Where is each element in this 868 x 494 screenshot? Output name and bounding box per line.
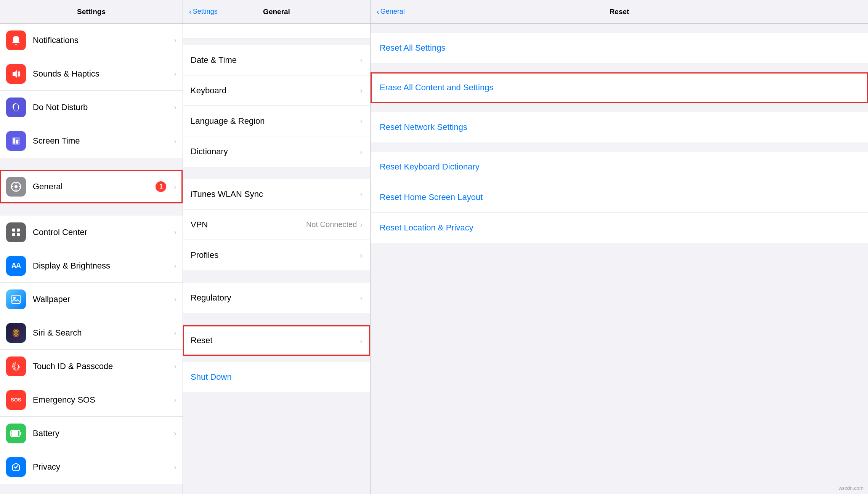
right-group-4: Reset Keyboard Dictionary Reset Home Scr…: [371, 152, 868, 243]
sidebar-item-general[interactable]: General 1 ›: [0, 170, 183, 203]
sidebar-item-privacy[interactable]: Privacy ›: [0, 450, 183, 484]
sounds-label: Sounds & Haptics: [33, 69, 171, 79]
middle-section-5: Shut Down: [183, 362, 370, 392]
right-gap-1: [371, 63, 868, 72]
sidebar-item-touch-id[interactable]: Touch ID & Passcode ›: [0, 350, 183, 383]
reset-network-label: Reset Network Settings: [380, 122, 859, 132]
dnd-chevron: ›: [174, 103, 176, 112]
battery-label: Battery: [33, 428, 171, 438]
sidebar-item-display-brightness[interactable]: AA Display & Brightness ›: [0, 249, 183, 283]
sidebar-item-sounds[interactable]: Sounds & Haptics ›: [0, 57, 183, 91]
middle-item-keyboard[interactable]: Keyboard ›: [183, 75, 370, 106]
language-chevron: ›: [360, 117, 363, 125]
wallpaper-label: Wallpaper: [33, 294, 171, 304]
right-item-reset-location[interactable]: Reset Location & Privacy: [371, 213, 868, 243]
profiles-label: Profiles: [191, 250, 360, 260]
left-column: Settings Notifications ›: [0, 0, 183, 494]
left-body: Notifications › Sounds & Haptics ›: [0, 24, 183, 494]
right-header: ‹ General Reset: [371, 0, 868, 24]
sidebar-item-screen-time[interactable]: Screen Time ›: [0, 124, 183, 158]
erase-all-label: Erase All Content and Settings: [380, 83, 859, 93]
right-item-reset-keyboard[interactable]: Reset Keyboard Dictionary: [371, 152, 868, 182]
notifications-label: Notifications: [33, 35, 171, 45]
privacy-label: Privacy: [33, 462, 171, 472]
itunes-chevron: ›: [360, 190, 363, 198]
svg-point-5: [14, 185, 18, 188]
middle-item-dictionary[interactable]: Dictionary ›: [183, 136, 370, 167]
right-item-reset-home[interactable]: Reset Home Screen Layout: [371, 182, 868, 213]
general-badge: 1: [156, 181, 166, 192]
svg-marker-0: [13, 70, 17, 78]
right-item-reset-all-settings[interactable]: Reset All Settings: [371, 33, 868, 63]
sidebar-item-battery[interactable]: Battery ›: [0, 417, 183, 450]
svg-rect-3: [16, 140, 18, 144]
display-icon: AA: [6, 256, 26, 276]
svg-rect-12: [12, 233, 15, 236]
left-title: Settings: [77, 8, 106, 16]
right-gap-3: [371, 142, 868, 152]
middle-item-regulatory[interactable]: Regulatory ›: [183, 283, 370, 313]
sidebar-item-do-not-disturb[interactable]: Do Not Disturb ›: [0, 91, 183, 124]
display-label: Display & Brightness: [33, 261, 171, 271]
middle-header: ‹ Settings General: [183, 0, 370, 24]
middle-gap-4: [183, 313, 370, 325]
control-chevron: ›: [174, 228, 176, 237]
battery-icon: [6, 424, 26, 443]
svg-point-15: [13, 297, 16, 299]
middle-partial-row: [183, 24, 370, 39]
sidebar-item-siri-search[interactable]: Siri & Search ›: [0, 316, 183, 350]
middle-item-vpn[interactable]: VPN Not Connected ›: [183, 209, 370, 240]
middle-item-reset[interactable]: Reset ›: [183, 325, 370, 356]
vpn-label: VPN: [191, 220, 306, 230]
general-icon: [6, 177, 26, 197]
right-item-reset-network[interactable]: Reset Network Settings: [371, 112, 868, 142]
middle-body: Date & Time › Keyboard › Language & Regi…: [183, 24, 370, 494]
left-gap-1: [0, 158, 183, 170]
middle-item-language[interactable]: Language & Region ›: [183, 106, 370, 136]
reset-keyboard-label: Reset Keyboard Dictionary: [380, 162, 859, 172]
siri-chevron: ›: [174, 328, 176, 337]
reset-all-label: Reset All Settings: [380, 43, 859, 53]
right-back-button[interactable]: ‹ General: [377, 7, 405, 16]
svg-rect-21: [11, 431, 18, 436]
privacy-chevron: ›: [174, 463, 176, 472]
vpn-value: Not Connected: [306, 220, 357, 229]
sounds-icon: [6, 64, 26, 84]
date-time-chevron: ›: [360, 56, 363, 64]
middle-section-3: Regulatory ›: [183, 283, 370, 313]
sidebar-item-wallpaper[interactable]: Wallpaper ›: [0, 283, 183, 316]
dictionary-chevron: ›: [360, 147, 363, 156]
left-section-1: Notifications › Sounds & Haptics ›: [0, 24, 183, 158]
right-column: ‹ General Reset Reset All Settings Erase…: [371, 0, 868, 494]
sidebar-item-control-center[interactable]: Control Center ›: [0, 216, 183, 249]
siri-icon: [6, 323, 26, 343]
right-group-2: Erase All Content and Settings: [371, 72, 868, 103]
regulatory-chevron: ›: [360, 294, 363, 302]
svg-rect-11: [17, 229, 20, 232]
notifications-chevron: ›: [174, 36, 176, 45]
display-chevron: ›: [174, 261, 176, 270]
right-title: Reset: [610, 8, 629, 16]
control-icon: [6, 222, 26, 242]
middle-column: ‹ Settings General Date & Time › Keyboar…: [183, 0, 371, 494]
middle-item-date-time[interactable]: Date & Time ›: [183, 45, 370, 75]
left-section-2: General 1 ›: [0, 170, 183, 203]
middle-item-shutdown[interactable]: Shut Down: [183, 362, 370, 392]
svg-rect-13: [17, 233, 20, 236]
shutdown-label: Shut Down: [191, 372, 363, 382]
reset-label: Reset: [191, 336, 360, 345]
middle-back-button[interactable]: ‹ Settings: [189, 7, 218, 16]
reset-chevron: ›: [360, 336, 363, 345]
keyboard-label: Keyboard: [191, 86, 360, 96]
svg-rect-20: [20, 432, 21, 435]
date-time-label: Date & Time: [191, 55, 360, 65]
sidebar-item-notifications[interactable]: Notifications ›: [0, 24, 183, 57]
middle-item-itunes[interactable]: iTunes WLAN Sync ›: [183, 179, 370, 209]
right-gap-top: [371, 24, 868, 33]
middle-item-profiles[interactable]: Profiles ›: [183, 240, 370, 270]
right-item-erase-all[interactable]: Erase All Content and Settings: [371, 72, 868, 103]
svg-rect-14: [12, 295, 20, 304]
sidebar-item-emergency-sos[interactable]: SOS Emergency SOS ›: [0, 383, 183, 417]
middle-gap-top: [183, 39, 370, 45]
svg-point-18: [15, 331, 17, 334]
